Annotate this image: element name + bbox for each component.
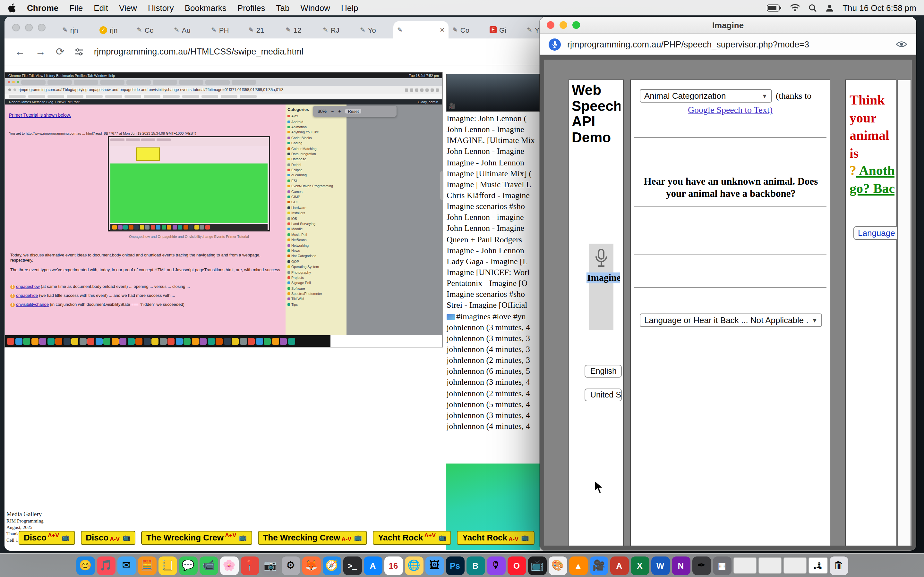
category-item[interactable]: Photography: [288, 269, 344, 275]
category-item[interactable]: iOS: [288, 216, 344, 221]
video-list-item[interactable]: Imagine [UNICEF: Worl: [447, 267, 540, 277]
zoom-window-button[interactable]: [572, 21, 580, 29]
dock-icon-facetime[interactable]: 📹: [199, 556, 218, 575]
recognized-text-selected[interactable]: Imagine: [586, 272, 620, 284]
category-item[interactable]: Not Categorised: [288, 253, 344, 259]
zoom-window-button[interactable]: [38, 24, 45, 31]
dock-window-preview-3[interactable]: [783, 557, 806, 574]
media-button-yacht-rock-a+v[interactable]: Yacht RockA+V📺: [373, 531, 451, 545]
category-item[interactable]: Animation: [288, 124, 344, 130]
zoom-reset-button[interactable]: Reset: [345, 109, 361, 113]
category-item[interactable]: OOP: [288, 259, 344, 264]
menubar-app-name[interactable]: Chrome: [27, 3, 58, 13]
menubar-item-history[interactable]: History: [148, 3, 174, 13]
category-item[interactable]: Software: [288, 285, 344, 291]
browser-tab[interactable]: ✎12: [282, 21, 319, 39]
primer-tutorial-link[interactable]: Primer Tutorial is shown below.: [9, 113, 71, 117]
dock-icon-firefox[interactable]: 🦊: [302, 556, 320, 575]
browser-tab[interactable]: ✎RJ: [319, 21, 356, 39]
dock-icon-camera[interactable]: 📷: [261, 556, 279, 575]
browser-tab[interactable]: ✎21: [244, 21, 282, 39]
dock-icon-photos[interactable]: 🌸: [220, 556, 238, 575]
category-item[interactable]: Installers: [288, 210, 344, 216]
video-list-item[interactable]: johnlennon (4 minutes, 3: [447, 343, 540, 355]
dock-icon-music[interactable]: 🎵: [97, 556, 115, 575]
battery-icon[interactable]: [767, 4, 782, 11]
media-button-disco-a+v[interactable]: DiscoA+V📺: [19, 531, 75, 545]
video-list-item[interactable]: Imagine scenarios #sho: [447, 289, 540, 300]
video-list-item[interactable]: johnlennon (2 minutes, 3: [447, 355, 540, 366]
english-button[interactable]: English: [585, 365, 622, 378]
category-item[interactable]: Database: [288, 156, 344, 162]
category-item[interactable]: Games: [288, 189, 344, 194]
menubar-item-tab[interactable]: Tab: [276, 3, 290, 13]
spotlight-icon[interactable]: [809, 3, 817, 12]
category-item[interactable]: Code::Blocks: [288, 135, 344, 140]
category-item[interactable]: Operating System: [288, 264, 344, 269]
category-item[interactable]: Coding: [288, 140, 344, 146]
dock-icon-safari[interactable]: 🧭: [322, 556, 341, 575]
menubar-item-file[interactable]: File: [69, 3, 83, 13]
zoom-out-button[interactable]: −: [331, 109, 334, 113]
google-speech-link[interactable]: Google Speech to Text): [631, 105, 830, 115]
united-states-button[interactable]: United States: [585, 388, 622, 401]
dock-icon-onenote[interactable]: N: [672, 556, 690, 575]
dock-icon-mail[interactable]: ✉: [117, 556, 136, 575]
menubar-item-window[interactable]: Window: [300, 3, 330, 13]
category-item[interactable]: Eclipse: [288, 167, 344, 173]
dock-icon-paint[interactable]: 🎨: [548, 556, 567, 575]
dock-icon-notes[interactable]: 📒: [158, 556, 177, 575]
dock-photo-preview[interactable]: 🏞: [808, 557, 827, 574]
address-bar[interactable]: rjmprogramming.com.au/PHP/speech_supervi…: [567, 39, 809, 49]
video-list-item[interactable]: Queen + Paul Rodgers: [447, 234, 540, 245]
dock-icon-maps[interactable]: 📍: [240, 556, 259, 575]
reload-button[interactable]: ⟳: [56, 45, 65, 58]
eye-icon[interactable]: [896, 40, 907, 48]
microphone-icon[interactable]: [594, 248, 609, 269]
video-list-item[interactable]: John Lennon - imagine: [447, 212, 540, 223]
video-list-item[interactable]: johnlennon (3 minutes, 4: [447, 322, 540, 332]
dock-icon-calendar[interactable]: 16: [384, 556, 403, 575]
close-window-button[interactable]: [547, 21, 554, 29]
browser-tab[interactable]: ✎Co: [449, 21, 486, 39]
video-list-item[interactable]: John Lennon - Imagine: [447, 146, 540, 157]
video-list-item[interactable]: Pentatonix - Imagine [O: [447, 277, 540, 288]
category-item[interactable]: GIMP: [288, 194, 344, 200]
dock-icon-grid[interactable]: ▦: [712, 556, 731, 575]
dock-icon-calculator[interactable]: 🧮: [137, 556, 156, 575]
video-list-item[interactable]: Imagine | Music Travel L: [447, 179, 540, 190]
browser-tab[interactable]: ✓rjn: [95, 21, 133, 39]
category-item[interactable]: Android: [288, 119, 344, 124]
dock-icon-preview[interactable]: 🖼: [425, 556, 444, 575]
page-scrollbar[interactable]: [440, 171, 443, 200]
answer-link[interactable]: go?: [850, 181, 870, 196]
tab-close-icon[interactable]: ×: [440, 25, 445, 35]
menubar-clock[interactable]: Thu 16 Oct 6:58 pm: [843, 3, 916, 13]
category-item[interactable]: GUI: [288, 200, 344, 205]
category-item[interactable]: Networking: [288, 243, 344, 248]
browser-tab[interactable]: ✎Au: [170, 21, 207, 39]
category-item[interactable]: Tips: [288, 301, 344, 307]
tutorial-term-link[interactable]: onvisibilitychange: [16, 302, 49, 307]
video-list-item[interactable]: Lady Gaga - Imagine [L: [447, 256, 540, 267]
category-item[interactable]: Land Surveying: [288, 221, 344, 227]
video-list-item[interactable]: Imagine scenarios #sho: [447, 201, 540, 211]
dock-icon-app-store[interactable]: A: [363, 556, 382, 575]
menubar-item-edit[interactable]: Edit: [94, 3, 108, 13]
video-list-item[interactable]: Imagine: John Lennon (: [447, 113, 540, 124]
category-item[interactable]: ESL: [288, 178, 344, 183]
dock-icon-bing[interactable]: B: [466, 556, 485, 575]
media-button-disco-a-v[interactable]: DiscoA-V📺: [81, 531, 136, 545]
dock-window-preview-2[interactable]: [758, 557, 781, 574]
category-select[interactable]: Animal Categorization ▼: [640, 89, 772, 103]
dock-icon-terminal[interactable]: >_: [343, 556, 362, 575]
category-item[interactable]: Tiki Wiki: [288, 297, 344, 302]
video-list-item[interactable]: Strei - Imagine [Official: [447, 300, 540, 311]
dock-icon-autocad[interactable]: A: [610, 556, 628, 575]
media-button-yacht-rock-a-v[interactable]: Yacht RockA-V📺: [457, 531, 534, 545]
category-item[interactable]: Delphi: [288, 162, 344, 167]
category-item[interactable]: Projects: [288, 275, 344, 280]
video-list-item[interactable]: John Lennon - Imagine: [447, 124, 540, 135]
tutorial-term-link[interactable]: onpageshow: [16, 284, 40, 288]
dock-icon-system-settings[interactable]: ⚙: [281, 556, 300, 575]
